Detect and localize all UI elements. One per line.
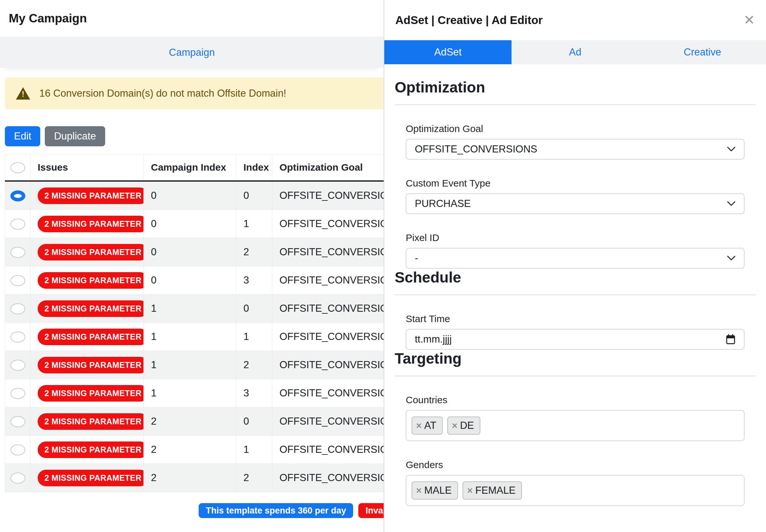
close-icon[interactable]: ✕ — [744, 13, 755, 27]
optimization-goal-cell: OFFSITE_CONVERSIONS — [272, 181, 385, 210]
index-cell: 0 — [236, 181, 272, 210]
select-value: OFFSITE_CONVERSIONS — [415, 143, 537, 155]
tab-adset[interactable]: AdSet — [384, 40, 512, 64]
remove-chip-icon[interactable]: × — [416, 485, 422, 496]
chip-label: DE — [460, 420, 474, 431]
index-cell: 1 — [236, 323, 272, 351]
select-value: PURCHASE — [415, 198, 471, 210]
table-row[interactable]: 2 MISSING PARAMETER 1 1 OFFSITE_CONVERSI… — [5, 323, 385, 351]
field-label: Start Time — [406, 313, 745, 324]
table-header-row: Issues Campaign Index Index Optimization… — [5, 154, 385, 181]
table-row[interactable]: 2 MISSING PARAMETER 0 0 OFFSITE_CONVERSI… — [5, 181, 385, 210]
row-select-radio[interactable] — [10, 332, 25, 343]
editor-title: AdSet | Creative | Ad Editor — [395, 14, 744, 27]
index-cell: 1 — [236, 210, 272, 238]
chip: × AT — [412, 417, 443, 435]
tab-creative[interactable]: Creative — [639, 40, 766, 64]
form-field: Pixel ID - — [406, 232, 745, 269]
campaign-index-cell: 1 — [144, 351, 236, 379]
field-label: Custom Event Type — [406, 178, 745, 189]
table-row[interactable]: 2 MISSING PARAMETER 2 2 OFFSITE_CONVERSI… — [5, 464, 385, 492]
chips-input[interactable]: × AT × DE — [406, 410, 745, 441]
row-select-radio[interactable] — [10, 247, 25, 258]
row-select-radio[interactable] — [10, 473, 25, 484]
field-label: Pixel ID — [406, 232, 745, 243]
form-field: Optimization Goal OFFSITE_CONVERSIONS — [406, 123, 745, 160]
index-cell: 2 — [236, 464, 272, 492]
tab-ad[interactable]: Ad — [512, 40, 639, 64]
campaign-header: My Campaign — [0, 0, 384, 37]
select-input[interactable]: - — [406, 248, 745, 269]
row-select-radio[interactable] — [10, 360, 25, 371]
campaign-index-cell: 0 — [144, 266, 236, 295]
row-select-radio[interactable] — [10, 190, 25, 201]
optimization-goal-cell: OFFSITE_CONVERSIONS — [272, 379, 385, 407]
row-select-radio[interactable] — [10, 388, 25, 399]
form-field: Countries × AT × DE — [406, 394, 745, 441]
campaign-index-cell: 2 — [144, 407, 236, 436]
editor-body: Optimization Optimization Goal OFFSITE_C… — [384, 64, 766, 532]
row-select-radio[interactable] — [10, 219, 25, 230]
index-cell: 3 — [236, 266, 272, 295]
campaign-index-cell: 0 — [144, 238, 236, 266]
table-row[interactable]: 2 MISSING PARAMETER 1 2 OFFSITE_CONVERSI… — [5, 351, 385, 379]
table-row[interactable]: 2 MISSING PARAMETER 2 1 OFFSITE_CONVERSI… — [5, 436, 385, 464]
duplicate-button[interactable]: Duplicate — [45, 126, 105, 146]
section-heading-optimization: Optimization — [395, 79, 756, 96]
chevron-down-icon — [727, 256, 736, 261]
remove-chip-icon[interactable]: × — [452, 420, 457, 431]
chip: × MALE — [412, 481, 458, 500]
table-row[interactable]: 2 MISSING PARAMETER 0 1 OFFSITE_CONVERSI… — [5, 210, 385, 238]
footer-badges: This template spends 360 per day Invalid… — [199, 503, 384, 518]
edit-button[interactable]: Edit — [5, 126, 40, 146]
chip: × DE — [447, 417, 480, 435]
date-input[interactable]: tt.mm.jjjj — [406, 329, 745, 350]
table-row[interactable]: 2 MISSING PARAMETER 1 3 OFFSITE_CONVERSI… — [5, 379, 385, 407]
issue-badge: 2 MISSING PARAMETER — [38, 357, 144, 373]
campaign-panel: My Campaign Campaign ! 16 Conversion Dom… — [0, 0, 384, 532]
page-title: My Campaign — [9, 12, 87, 25]
optimization-goal-cell: OFFSITE_CONVERSIONS — [272, 238, 385, 266]
row-select-radio[interactable] — [10, 444, 25, 455]
table-row[interactable]: 2 MISSING PARAMETER 1 0 OFFSITE_CONVERSI… — [5, 295, 385, 323]
index-cell: 2 — [236, 238, 272, 266]
field-label: Optimization Goal — [406, 123, 745, 134]
issue-badge: 2 MISSING PARAMETER — [38, 385, 144, 402]
screen: My Campaign Campaign ! 16 Conversion Dom… — [0, 0, 766, 532]
column-header-index: Index — [236, 154, 272, 181]
spend-badge: This template spends 360 per day — [199, 503, 353, 518]
tab-campaign[interactable]: Campaign — [159, 43, 224, 62]
campaign-index-cell: 0 — [144, 210, 236, 238]
chips-input[interactable]: × MALE × FEMALE — [406, 475, 745, 506]
chip-label: AT — [424, 420, 436, 431]
optimization-goal-cell: OFFSITE_CONVERSIONS — [272, 464, 385, 492]
column-header-campaign-index: Campaign Index — [144, 154, 236, 181]
date-value: tt.mm.jjjj — [415, 333, 452, 345]
chip-label: MALE — [424, 485, 452, 496]
row-select-radio[interactable] — [10, 416, 25, 427]
editor-header: AdSet | Creative | Ad Editor ✕ — [384, 0, 766, 40]
field-label: Countries — [406, 394, 745, 405]
calendar-icon[interactable] — [726, 334, 736, 345]
table-row[interactable]: 2 MISSING PARAMETER 2 0 OFFSITE_CONVERSI… — [5, 407, 385, 436]
invalid-badge: Invalid C — [358, 503, 384, 518]
header-radio[interactable] — [10, 162, 25, 173]
index-cell: 0 — [236, 295, 272, 323]
table-row[interactable]: 2 MISSING PARAMETER 0 3 OFFSITE_CONVERSI… — [5, 266, 385, 295]
table-row[interactable]: 2 MISSING PARAMETER 0 2 OFFSITE_CONVERSI… — [5, 238, 385, 266]
section-divider — [395, 104, 756, 105]
select-value: - — [415, 252, 418, 264]
ad-editor-panel: AdSet | Creative | Ad Editor ✕ AdSetAdCr… — [384, 0, 766, 532]
select-input[interactable]: OFFSITE_CONVERSIONS — [406, 139, 745, 160]
section-divider — [395, 295, 756, 295]
select-input[interactable]: PURCHASE — [406, 193, 745, 214]
warning-banner: ! 16 Conversion Domain(s) do not match O… — [5, 78, 384, 109]
remove-chip-icon[interactable]: × — [416, 420, 422, 431]
remove-chip-icon[interactable]: × — [467, 485, 473, 496]
row-select-radio[interactable] — [10, 303, 25, 314]
issue-badge: 2 MISSING PARAMETER — [38, 441, 144, 458]
row-select-radio[interactable] — [10, 275, 25, 286]
issue-badge: 2 MISSING PARAMETER — [38, 244, 144, 260]
field-label: Genders — [406, 459, 745, 470]
select-all-header — [5, 154, 30, 181]
